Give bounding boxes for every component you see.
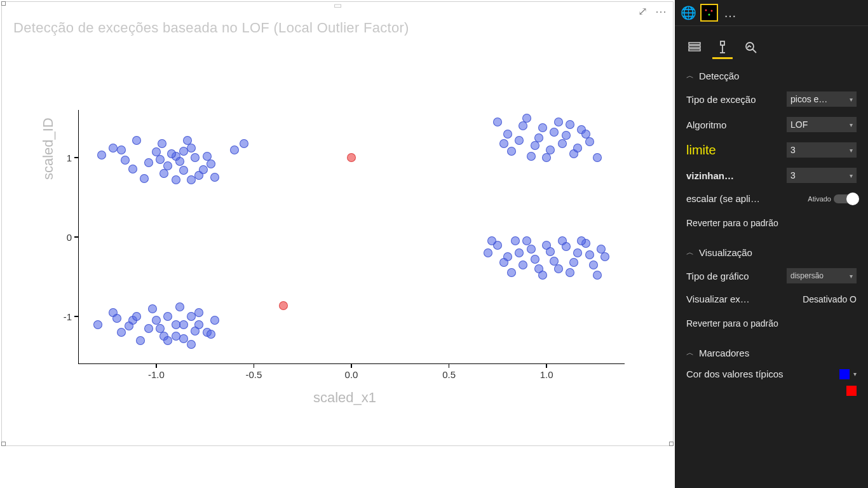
inlier-point[interactable] (144, 324, 153, 333)
inlier-point[interactable] (527, 245, 536, 254)
inlier-point[interactable] (519, 121, 527, 130)
inlier-point[interactable] (503, 130, 512, 139)
inlier-point[interactable] (207, 159, 215, 168)
inlier-point[interactable] (128, 165, 137, 173)
inlier-point[interactable] (554, 118, 563, 126)
inlier-point[interactable] (573, 248, 582, 257)
dropdown-exception-type[interactable]: picos e…▾ (787, 92, 857, 107)
inlier-point[interactable] (566, 120, 574, 129)
more-visuals-icon[interactable]: … (722, 4, 738, 21)
inlier-point[interactable] (163, 336, 172, 345)
inlier-point[interactable] (589, 261, 598, 269)
inlier-point[interactable] (163, 312, 172, 321)
inlier-point[interactable] (159, 169, 168, 178)
revert-default-visualization[interactable]: Reverter para o padrão (675, 309, 868, 337)
inlier-point[interactable] (148, 304, 157, 313)
selection-handle[interactable] (1, 1, 6, 6)
inlier-point[interactable] (132, 136, 141, 145)
section-visualization[interactable]: ︿ Visualização (675, 237, 868, 263)
selection-handle[interactable] (1, 442, 6, 446)
inlier-point[interactable] (175, 302, 184, 311)
inlier-point[interactable] (569, 258, 578, 267)
inlier-point[interactable] (531, 255, 539, 264)
inlier-point[interactable] (577, 236, 586, 245)
inlier-point[interactable] (121, 156, 130, 165)
inlier-point[interactable] (140, 174, 149, 183)
inlier-point[interactable] (515, 136, 524, 145)
inlier-point[interactable] (487, 236, 496, 245)
inlier-point[interactable] (484, 248, 492, 257)
visual-type-globe-icon[interactable]: 🌐 (680, 4, 696, 21)
inlier-point[interactable] (194, 308, 203, 317)
inlier-point[interactable] (493, 118, 502, 126)
selection-handle-top[interactable]: ▭ (334, 0, 342, 10)
inlier-point[interactable] (585, 137, 594, 146)
inlier-point[interactable] (125, 322, 133, 330)
inlier-point[interactable] (179, 334, 188, 343)
inlier-point[interactable] (172, 175, 180, 184)
inlier-point[interactable] (187, 340, 196, 349)
inlier-point[interactable] (573, 144, 582, 152)
inlier-point[interactable] (522, 236, 531, 245)
toggle-view-ex[interactable]: Desativado O (803, 294, 857, 304)
inlier-point[interactable] (156, 155, 165, 164)
inlier-point[interactable] (117, 146, 126, 154)
inlier-point[interactable] (538, 271, 547, 280)
format-tab[interactable] (714, 39, 731, 55)
inlier-point[interactable] (97, 151, 106, 159)
inlier-point[interactable] (581, 130, 590, 139)
section-markers[interactable]: ︿ Marcadores (675, 337, 868, 363)
inlier-point[interactable] (191, 327, 200, 336)
toggle-scale[interactable]: Ativado (808, 194, 857, 203)
dropdown-limit[interactable]: 3▾ (787, 142, 857, 158)
inlier-point[interactable] (593, 271, 602, 280)
outlier-point[interactable] (279, 301, 288, 310)
inlier-point[interactable] (499, 258, 508, 267)
inlier-point[interactable] (507, 268, 516, 277)
inlier-point[interactable] (167, 149, 176, 158)
outlier-point[interactable] (347, 153, 356, 162)
inlier-point[interactable] (210, 173, 219, 182)
inlier-point[interactable] (507, 147, 516, 156)
inlier-point[interactable] (538, 123, 547, 132)
inlier-point[interactable] (187, 144, 196, 152)
dropdown-algorithm[interactable]: LOF▾ (787, 117, 857, 132)
inlier-point[interactable] (179, 147, 188, 156)
inlier-point[interactable] (230, 146, 239, 154)
inlier-point[interactable] (531, 141, 539, 150)
inlier-point[interactable] (175, 157, 184, 166)
scatter-plot[interactable]: -101-1.0-0.50.00.51.0 (78, 110, 625, 364)
inlier-point[interactable] (199, 165, 208, 174)
inlier-point[interactable] (191, 153, 200, 162)
inlier-point[interactable] (187, 175, 196, 184)
inlier-point[interactable] (600, 252, 609, 261)
inlier-point[interactable] (172, 320, 180, 329)
inlier-point[interactable] (203, 152, 212, 161)
inlier-point[interactable] (207, 330, 215, 339)
inlier-point[interactable] (562, 242, 571, 251)
inlier-point[interactable] (93, 320, 102, 329)
section-detection[interactable]: ︿ Detecção (675, 60, 868, 86)
inlier-point[interactable] (546, 247, 555, 256)
inlier-point[interactable] (511, 236, 520, 245)
color-picker-typical[interactable]: ▾ (839, 369, 857, 379)
inlier-point[interactable] (144, 158, 153, 167)
inlier-point[interactable] (152, 316, 161, 325)
fields-tab[interactable] (686, 39, 703, 55)
inlier-point[interactable] (158, 139, 166, 148)
inlier-point[interactable] (566, 268, 574, 277)
inlier-point[interactable] (179, 320, 188, 329)
color-picker-outlier[interactable] (846, 386, 857, 396)
inlier-point[interactable] (117, 328, 126, 337)
inlier-point[interactable] (187, 312, 196, 321)
inlier-point[interactable] (585, 250, 594, 259)
inlier-point[interactable] (542, 153, 551, 162)
inlier-point[interactable] (499, 139, 508, 148)
inlier-point[interactable] (519, 261, 527, 269)
inlier-point[interactable] (240, 139, 248, 148)
inlier-point[interactable] (183, 136, 192, 145)
dropdown-chart-type[interactable]: dispersão▾ (787, 268, 857, 283)
inlier-point[interactable] (515, 248, 524, 257)
revert-default-detection[interactable]: Reverter para o padrão (675, 209, 868, 237)
inlier-point[interactable] (210, 316, 219, 325)
